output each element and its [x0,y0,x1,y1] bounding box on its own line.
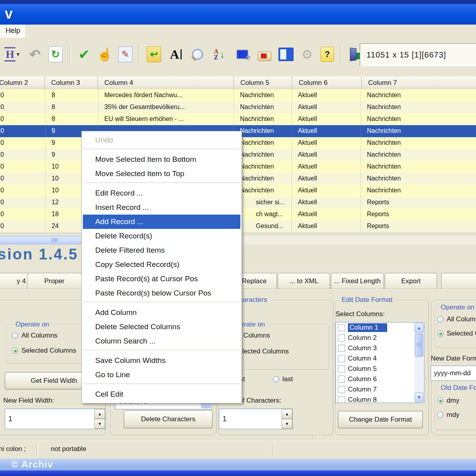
column-header[interactable]: Column 2 [0,77,45,90]
table-cell[interactable]: 0 [0,113,46,125]
radio-mdy[interactable]: mdy [437,411,459,419]
checkbox[interactable] [338,376,345,383]
menu-item[interactable]: Go to Line [82,368,242,382]
listbox-item[interactable]: Column 5 [336,364,424,374]
paste-special-icon[interactable]: ↩ [147,46,161,62]
stepper-down-button[interactable]: ▼ [282,419,292,429]
radio-dmy[interactable]: dmy [437,397,459,405]
stepper-value[interactable]: 1 [219,409,282,429]
table-cell[interactable]: Reports [361,220,476,232]
listbox-item[interactable]: Column 6 [336,374,424,384]
table-cell[interactable]: Aktuell [292,113,361,125]
edit-pencil-icon[interactable]: ✎ [118,46,132,62]
menu-item[interactable]: Add Record ... [83,215,240,229]
menu-item[interactable]: Edit Record ... [82,186,242,200]
table-cell[interactable]: ch wagt... [234,208,292,221]
titlebar[interactable]: v [0,4,476,25]
column-tools-icon[interactable]: ⚒ [234,47,251,62]
delete-characters-button[interactable]: Delete Characters [124,410,213,428]
column-width-icon[interactable]: H ▾ [2,47,21,61]
listbox-item[interactable]: Column 7 [336,384,424,395]
columns-listbox[interactable]: Column 1Column 2Column 3Column 4Column 5… [336,322,424,403]
table-cell[interactable]: 0 [0,184,46,197]
table-cell[interactable]: Nachrichten [234,161,292,173]
table-cell[interactable]: Nachrichten [234,137,292,149]
table-cell[interactable]: Nachrichten [361,173,476,185]
stepper-value[interactable]: 1 [5,409,94,429]
listbox-scrollbar[interactable]: ▲ ▼ [415,323,424,402]
table-cell[interactable]: Nachrichten [361,113,476,125]
menu-item[interactable]: Delete Record(s) [82,229,242,243]
table-cell[interactable]: Nachrichten [234,113,292,125]
table-cell[interactable]: 0 [0,149,46,161]
column-header[interactable]: Column 4 [98,77,234,90]
table-row[interactable]: 0835% der Gesamtbevölkeru...NachrichtenA… [0,101,476,113]
radio-selected-columns[interactable]: Selected Columns [12,347,76,355]
stepper-down-button[interactable]: ▼ [94,419,105,429]
tab[interactable] [441,273,476,289]
table-row[interactable]: 08EU will Steuern erhöhen - ...Nachricht… [0,113,476,125]
table-cell[interactable]: 0 [0,125,46,137]
table-row[interactable]: 08Mercedes fördert Nachwu...NachrichtenA… [0,89,476,101]
table-cell[interactable]: Aktuell [292,125,361,137]
font-icon[interactable]: A [167,47,184,62]
menu-item[interactable]: Add Column [82,305,242,320]
menu-item[interactable]: Column Search ... [82,334,242,348]
undo-icon[interactable]: ↶ [28,46,42,62]
table-cell[interactable]: 8 [46,89,98,102]
gear-icon[interactable]: ⚙ [300,47,314,62]
menu-item[interactable]: Insert Record ... [82,200,242,215]
tab[interactable]: Export [385,273,437,289]
table-cell[interactable]: Nachrichten [234,149,292,161]
table-cell[interactable]: Nachrichten [361,149,476,161]
checkbox[interactable] [338,355,345,362]
table-cell[interactable]: Nachrichten [234,173,292,185]
count-stepper[interactable]: 1 ▲▼ [219,409,293,429]
menu-item[interactable]: Undo [82,133,242,147]
table-cell[interactable]: Aktuell [292,208,361,221]
table-cell[interactable]: 0 [0,101,46,113]
table-cell[interactable]: sicher si... [234,196,292,209]
table-cell[interactable]: Nachrichten [361,184,476,197]
menu-item[interactable]: Move Selected Item to Bottom [82,152,242,167]
table-cell[interactable]: 0 [0,173,46,185]
table-cell[interactable]: Aktuell [292,184,361,197]
table-cell[interactable]: Reports [361,208,476,221]
chevron-down-icon[interactable]: ▾ [17,51,19,58]
radio-icon[interactable] [437,412,443,418]
menu-item[interactable]: Move Selected Item to Top [82,167,242,181]
table-cell[interactable]: Aktuell [292,173,361,185]
table-cell[interactable]: 0 [0,161,46,173]
sort-az-icon[interactable]: A Z ↓ [211,48,228,61]
stepper-up-button[interactable]: ▲ [94,409,105,419]
table-cell[interactable]: Aktuell [292,220,361,232]
table-cell[interactable]: Aktuell [292,196,361,209]
tab[interactable]: Proper [27,273,82,289]
refresh-icon[interactable]: ↻ [48,46,63,62]
scroll-up-icon[interactable]: ▲ [415,323,424,333]
table-cell[interactable]: EU will Steuern erhöhen - ... [98,113,234,125]
table-cell[interactable]: Nachrichten [361,137,476,149]
listbox-item[interactable]: Column 1 [336,322,424,333]
checkbox[interactable] [338,324,345,331]
radio-icon[interactable] [437,330,443,337]
listbox-item[interactable]: Column 8 [336,395,424,403]
table-cell[interactable]: 0 [0,220,46,232]
menu-item[interactable]: Copy Selected Record(s) [82,257,242,272]
tab[interactable]: ... to XML [278,273,330,289]
listbox-item[interactable]: Column 4 [336,353,424,364]
check-icon[interactable]: ✔ [77,46,91,62]
column-header[interactable]: Column 6 [292,77,362,90]
save-options-icon[interactable] [278,48,294,61]
field-width-stepper[interactable]: 1 ▲▼ [5,409,106,429]
listbox-item[interactable]: Column 3 [336,343,424,353]
table-cell[interactable]: Nachrichten [234,89,292,102]
radio-icon[interactable] [437,316,443,322]
menu-item[interactable]: Paste Record(s) at Cursor Pos [82,272,242,286]
table-cell[interactable]: 35% der Gesamtbevölkeru... [98,101,234,113]
folder-icon[interactable] [257,47,272,61]
checkbox[interactable] [338,386,345,393]
radio-icon[interactable] [12,332,18,339]
table-cell[interactable]: Mercedes fördert Nachwu... [98,89,234,102]
stepper-up-button[interactable]: ▲ [282,409,292,419]
